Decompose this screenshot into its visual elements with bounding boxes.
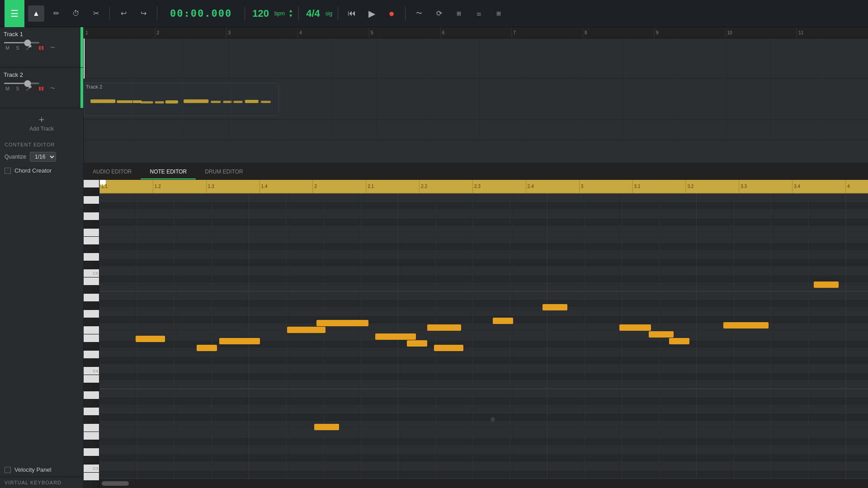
automation-button[interactable]: 〜 bbox=[411, 5, 427, 22]
track-2-rec-button[interactable]: ▮▮ bbox=[37, 84, 46, 92]
note-block-6[interactable] bbox=[375, 333, 416, 340]
bpm-down-arrow[interactable]: ▼ bbox=[288, 14, 293, 18]
track-1-mic-button[interactable]: 🎤 bbox=[24, 44, 34, 52]
note-block-14[interactable] bbox=[669, 338, 689, 344]
pencil-tool-button[interactable]: ✏ bbox=[48, 5, 64, 22]
grid-button[interactable]: ⊞ bbox=[491, 5, 507, 22]
piano-key-D4[interactable] bbox=[84, 351, 99, 359]
track-2-clip[interactable]: Track 2 bbox=[84, 83, 279, 116]
piano-key-A4[interactable] bbox=[84, 294, 99, 302]
bpm-up-arrow[interactable]: ▲ bbox=[288, 9, 293, 13]
piano-key-E4[interactable] bbox=[84, 334, 99, 343]
track-2-solo-button[interactable]: S bbox=[14, 85, 21, 92]
piano-key-E3[interactable] bbox=[84, 432, 99, 440]
grid-vline bbox=[696, 193, 697, 488]
tab-drum-editor[interactable]: DRUM EDITOR bbox=[196, 165, 252, 179]
record-button[interactable]: ● bbox=[383, 5, 400, 22]
piano-key-Eb3[interactable] bbox=[84, 440, 94, 448]
note-block-16[interactable] bbox=[814, 282, 839, 288]
piano-key-Eb4[interactable] bbox=[84, 343, 94, 351]
note-block-4[interactable] bbox=[287, 327, 326, 333]
mixer-button[interactable]: ⚌ bbox=[471, 5, 487, 22]
piano-key-Db3[interactable] bbox=[84, 456, 94, 465]
grid-vline bbox=[734, 193, 734, 488]
piano-key-F5[interactable] bbox=[84, 229, 99, 237]
piano-key-A3[interactable] bbox=[84, 391, 99, 399]
loop-button[interactable]: ⟳ bbox=[431, 5, 447, 22]
note-block-12[interactable] bbox=[619, 324, 651, 331]
track-1-wave-button[interactable]: 〜 bbox=[48, 43, 57, 52]
track-2-wave-button[interactable]: 〜 bbox=[48, 84, 57, 93]
grid-vline bbox=[845, 193, 846, 488]
track-2-mute-button[interactable]: M bbox=[4, 85, 11, 92]
note-block-2[interactable] bbox=[219, 338, 260, 344]
note-scrollbar-horizontal[interactable] bbox=[99, 479, 868, 488]
select-tool-button[interactable]: ▲ bbox=[28, 5, 44, 22]
note-block-8[interactable] bbox=[427, 324, 461, 331]
piano-key-B3[interactable] bbox=[84, 375, 99, 383]
piano-key-B2[interactable] bbox=[84, 473, 99, 481]
tab-note-editor[interactable]: NOTE EDITOR bbox=[141, 165, 196, 179]
piano-key-A5[interactable] bbox=[84, 196, 99, 204]
piano-key-F3[interactable] bbox=[84, 424, 99, 432]
track-1-solo-button[interactable]: S bbox=[14, 44, 21, 52]
note-block-5[interactable] bbox=[314, 424, 339, 430]
piano-key-Db4[interactable] bbox=[84, 359, 94, 367]
empty-row-1[interactable] bbox=[84, 120, 868, 140]
piano-key-Gb3[interactable] bbox=[84, 416, 94, 424]
menu-button[interactable]: ☰ bbox=[5, 0, 24, 27]
piano-key-D5[interactable] bbox=[84, 253, 99, 261]
note-block-9[interactable] bbox=[434, 345, 463, 351]
piano-key-B5[interactable] bbox=[84, 180, 99, 188]
note-block-3[interactable] bbox=[316, 320, 368, 326]
track-1-row[interactable] bbox=[84, 38, 868, 79]
note-grid-container[interactable]: 1.11.21.31.422.12.22.32.433.13.23.33.44 bbox=[99, 180, 868, 488]
note-block-10[interactable] bbox=[493, 318, 513, 324]
note-block-1[interactable] bbox=[197, 345, 217, 351]
piano-key-Gb4[interactable] bbox=[84, 318, 94, 326]
track-1-rec-button[interactable]: ▮▮ bbox=[37, 44, 46, 52]
piano-key-Ab4[interactable] bbox=[84, 302, 94, 310]
piano-key-Ab5[interactable] bbox=[84, 204, 94, 212]
note-grid[interactable] bbox=[99, 193, 868, 488]
bpm-arrows[interactable]: ▲ ▼ bbox=[288, 9, 293, 18]
piano-key-Bb4[interactable] bbox=[84, 286, 94, 294]
scissors-tool-button[interactable]: ✂ bbox=[88, 5, 104, 22]
note-block-15[interactable] bbox=[723, 322, 769, 328]
svg-rect-7 bbox=[223, 101, 232, 103]
velocity-panel-checkbox[interactable] bbox=[5, 467, 11, 473]
scrollbar-thumb[interactable] bbox=[102, 481, 129, 486]
undo-button[interactable]: ↩ bbox=[115, 5, 132, 22]
piano-key-G5[interactable] bbox=[84, 212, 99, 221]
track-2-mic-button[interactable]: 🎤 bbox=[24, 84, 34, 92]
chord-creator-checkbox[interactable] bbox=[5, 168, 11, 174]
piano-key-Ab3[interactable] bbox=[84, 399, 94, 408]
snap-button[interactable]: ⊞ bbox=[451, 5, 467, 22]
piano-key-B4[interactable] bbox=[84, 277, 99, 286]
clock-tool-button[interactable]: ⏱ bbox=[68, 5, 84, 22]
note-block-13[interactable] bbox=[649, 331, 674, 338]
piano-key-Bb5[interactable] bbox=[84, 188, 94, 196]
piano-key-Gb5[interactable] bbox=[84, 221, 94, 229]
track-1-mute-button[interactable]: M bbox=[4, 44, 11, 52]
piano-key-Eb5[interactable] bbox=[84, 245, 94, 253]
rewind-button[interactable]: ⏮ bbox=[344, 5, 360, 22]
note-block-11[interactable] bbox=[542, 304, 567, 310]
add-track-area[interactable]: + Add Track bbox=[0, 108, 83, 137]
note-block-7[interactable] bbox=[407, 340, 427, 347]
quantize-select[interactable]: 1/16 1/8 1/4 1/2 1 bbox=[30, 152, 56, 162]
piano-key-Db5[interactable] bbox=[84, 261, 94, 269]
piano-key-D3[interactable] bbox=[84, 448, 99, 456]
redo-button[interactable]: ↪ bbox=[135, 5, 151, 22]
track-2-row[interactable]: Track 2 bbox=[84, 79, 868, 120]
tab-audio-editor[interactable]: AUDIO EDITOR bbox=[84, 165, 141, 179]
piano-key-Bb2[interactable] bbox=[84, 481, 94, 488]
piano-key-E5[interactable] bbox=[84, 237, 99, 245]
piano-key-G3[interactable] bbox=[84, 408, 99, 416]
track-1-header: Track 1 M S 🎤 ▮▮ 〜 bbox=[0, 27, 83, 68]
note-block-0[interactable] bbox=[136, 336, 165, 342]
piano-key-G4[interactable] bbox=[84, 310, 99, 318]
piano-key-F4[interactable] bbox=[84, 326, 99, 334]
piano-key-Bb3[interactable] bbox=[84, 383, 94, 391]
play-button[interactable]: ▶ bbox=[363, 5, 380, 22]
